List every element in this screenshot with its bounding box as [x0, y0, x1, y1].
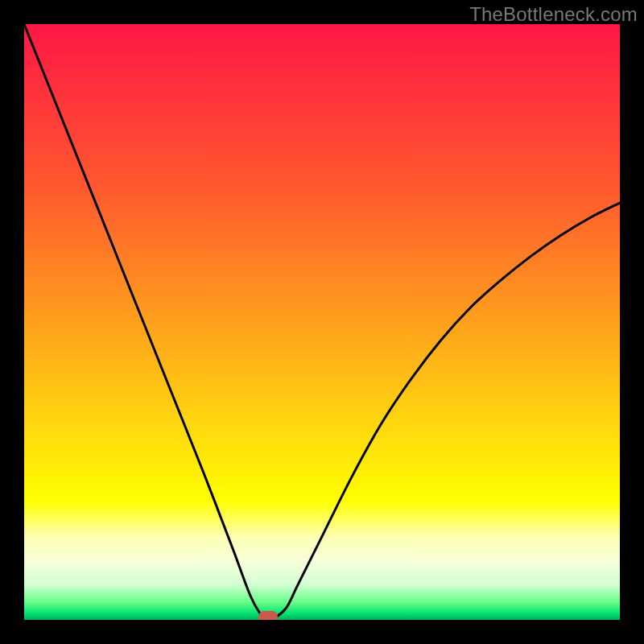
bottleneck-curve-path: [24, 24, 620, 620]
chart-frame: TheBottleneck.com: [0, 0, 644, 644]
curve-svg: [24, 24, 620, 620]
watermark-text: TheBottleneck.com: [469, 3, 638, 26]
plot-area: [24, 24, 620, 620]
optimum-marker: [258, 611, 278, 620]
